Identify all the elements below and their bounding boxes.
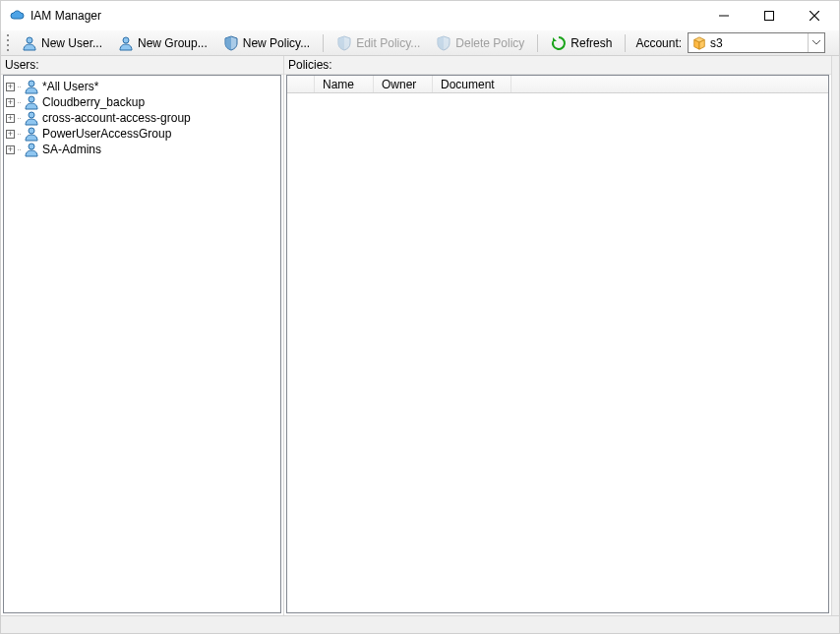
user-icon [24,79,39,94]
new-user-button[interactable]: New User... [15,32,109,54]
minimize-button[interactable] [701,1,747,30]
chevron-down-icon [812,40,820,45]
user-icon [24,126,39,142]
right-gutter [832,56,839,615]
account-value: s3 [710,36,723,50]
policies-col-blank[interactable] [287,76,315,92]
tree-connector [18,86,21,87]
tree-item-label: SA-Admins [42,143,101,156]
policies-col-document[interactable]: Document [433,76,511,92]
minimize-icon [719,11,729,21]
edit-policy-label: Edit Policy... [356,36,420,50]
policies-col-spacer [511,76,828,92]
shield-icon [223,35,239,51]
tree-item[interactable]: +*All Users* [6,79,278,94]
refresh-icon [551,35,567,51]
tree-expand-button[interactable]: + [6,114,15,123]
new-policy-button[interactable]: New Policy... [216,32,317,54]
new-group-label: New Group... [138,36,208,50]
delete-policy-button: Delete Policy [429,32,531,54]
user-icon [24,110,39,126]
refresh-button[interactable]: Refresh [544,32,619,54]
window-controls [701,1,837,30]
new-policy-label: New Policy... [243,36,310,50]
tree-expand-button[interactable]: + [6,130,15,139]
tree-item[interactable]: +Cloudberry_backup [6,94,278,110]
policies-table-body[interactable]: Name Owner Document [286,75,829,613]
policies-label: Policies: [284,56,831,75]
policies-table: Name Owner Document [287,76,828,93]
close-button[interactable] [792,1,837,30]
toolbar-grip [5,34,11,52]
account-label: Account: [631,36,686,50]
policies-col-owner[interactable]: Owner [374,76,433,92]
user-icon [24,142,39,157]
user-icon [22,35,37,51]
tree-item[interactable]: +PowerUserAccessGroup [6,126,278,142]
tree-item-label: Cloudberry_backup [42,95,145,109]
window-title: IAM Manager [30,9,101,23]
users-label: Users: [1,56,283,75]
tree-item-label: *All Users* [42,80,98,93]
group-icon [118,35,134,51]
toolbar-separator [323,34,324,52]
toolbar-separator [625,34,626,52]
tree-item-label: cross-account-access-group [42,111,191,125]
edit-policy-button: Edit Policy... [330,32,427,54]
tree-expand-button[interactable]: + [6,145,15,154]
user-icon [24,94,39,110]
account-chevron-button[interactable] [808,33,824,52]
refresh-label: Refresh [570,36,612,50]
window-title-container: IAM Manager [9,8,701,24]
tree-item-label: PowerUserAccessGroup [42,127,171,141]
tree-connector [18,149,21,150]
maximize-icon [764,11,774,21]
svg-rect-1 [765,12,774,21]
users-tree[interactable]: +*All Users*+Cloudberry_backup+cross-acc… [3,75,281,613]
policies-pane: Policies: Name Owner Document [284,56,832,615]
maximize-button[interactable] [747,1,792,30]
tree-item[interactable]: +SA-Admins [6,142,278,157]
iam-manager-window: IAM Manager New User... New Group... [0,0,840,634]
cube-icon [692,36,706,50]
status-bar [1,615,839,633]
policies-table-header: Name Owner Document [287,76,828,93]
new-user-label: New User... [41,36,102,50]
delete-policy-label: Delete Policy [455,36,524,50]
tree-connector [18,118,21,119]
policies-col-name[interactable]: Name [315,76,374,92]
tree-expand-button[interactable]: + [6,98,15,107]
content-area: Users: +*All Users*+Cloudberry_backup+cr… [1,56,839,615]
shield-icon [436,35,451,51]
tree-item[interactable]: +cross-account-access-group [6,110,278,126]
users-pane: Users: +*All Users*+Cloudberry_backup+cr… [1,56,284,615]
toolbar: New User... New Group... New Policy... E… [1,30,839,56]
tree-connector [18,102,21,103]
toolbar-separator [537,34,538,52]
new-group-button[interactable]: New Group... [111,32,214,54]
tree-connector [18,134,21,135]
titlebar: IAM Manager [1,1,839,30]
app-cloud-icon [9,8,25,24]
tree-expand-button[interactable]: + [6,83,15,91]
shield-icon [336,35,352,51]
account-select[interactable]: s3 [688,32,825,53]
close-icon [810,11,819,21]
